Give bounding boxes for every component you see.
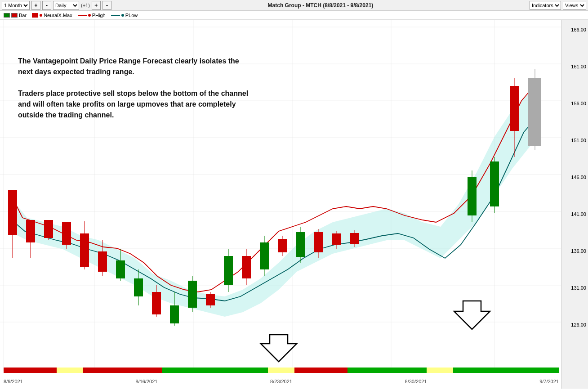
period-plus-button[interactable]: + bbox=[31, 1, 40, 10]
annotation-line6: outside the trading channel. bbox=[18, 111, 114, 119]
legend-bar: Bar NeuralX.Max PHigh PLow bbox=[0, 11, 588, 20]
svg-rect-44 bbox=[242, 256, 251, 278]
date-label-2: 8/16/2021 bbox=[135, 379, 157, 384]
svg-rect-22 bbox=[44, 220, 53, 238]
svg-rect-28 bbox=[98, 251, 107, 272]
price-166: 166.00 bbox=[571, 27, 586, 32]
date-label-4: 8/30/2021 bbox=[405, 379, 427, 384]
annotation-line1: The Vantagepoint Daily Price Range Forec… bbox=[18, 57, 239, 65]
svg-rect-56 bbox=[350, 233, 359, 244]
price-156: 156.00 bbox=[571, 101, 586, 106]
nav-plus-button[interactable]: + bbox=[92, 1, 101, 10]
svg-rect-54 bbox=[332, 233, 341, 245]
plow-dot bbox=[121, 14, 124, 17]
annotation-line4: Traders place protective sell stops belo… bbox=[18, 90, 248, 97]
date-label-3: 8/23/2021 bbox=[270, 379, 292, 384]
price-161: 161.00 bbox=[571, 64, 586, 69]
interval-select[interactable]: Daily Weekly bbox=[53, 1, 79, 10]
toolbar-right: Indicators Views bbox=[530, 1, 586, 10]
bar-label: Bar bbox=[19, 13, 27, 18]
svg-rect-38 bbox=[188, 281, 197, 308]
annotation-text: The Vantagepoint Daily Price Range Forec… bbox=[18, 56, 252, 121]
legend-neuralx: NeuralX.Max bbox=[32, 13, 72, 18]
phigh-dot bbox=[88, 14, 91, 17]
date-label-1: 8/9/2021 bbox=[4, 379, 23, 384]
svg-rect-32 bbox=[134, 278, 143, 296]
svg-rect-26 bbox=[80, 233, 89, 267]
bar-green-swatch bbox=[4, 13, 10, 18]
phigh-line bbox=[78, 15, 87, 16]
svg-rect-34 bbox=[152, 292, 161, 314]
period-minus-button[interactable]: - bbox=[42, 1, 51, 10]
neuralx-dot bbox=[40, 14, 42, 17]
price-131: 131.00 bbox=[571, 285, 586, 291]
price-146: 146.00 bbox=[571, 175, 586, 180]
bar-red-swatch bbox=[11, 13, 18, 18]
svg-rect-36 bbox=[170, 305, 179, 323]
color-bar bbox=[4, 368, 559, 373]
svg-rect-24 bbox=[62, 222, 71, 245]
annotation-line5: and will often take profits on large upm… bbox=[18, 100, 236, 108]
neuralx-swatch bbox=[32, 13, 38, 18]
legend-bar: Bar bbox=[4, 13, 27, 18]
svg-rect-20 bbox=[26, 220, 35, 242]
views-select[interactable]: Views bbox=[563, 1, 586, 10]
toolbar: 1 Month 3 Month 6 Month + - Daily Weekly… bbox=[0, 0, 588, 11]
price-136: 136.00 bbox=[571, 248, 586, 254]
legend-phigh: PHigh bbox=[78, 13, 106, 18]
price-126: 126.00 bbox=[571, 322, 586, 327]
svg-rect-46 bbox=[260, 242, 269, 269]
svg-rect-50 bbox=[296, 232, 305, 257]
chart-container: The Vantagepoint Daily Price Range Forec… bbox=[0, 20, 588, 389]
svg-rect-52 bbox=[314, 232, 323, 252]
period-select[interactable]: 1 Month 3 Month 6 Month bbox=[2, 1, 30, 10]
svg-rect-60 bbox=[490, 161, 499, 206]
svg-rect-18 bbox=[8, 190, 17, 235]
svg-rect-42 bbox=[224, 256, 233, 285]
svg-rect-58 bbox=[468, 177, 477, 215]
svg-rect-62 bbox=[510, 86, 519, 131]
date-labels: 8/9/2021 8/16/2021 8/23/2021 8/30/2021 9… bbox=[4, 379, 559, 384]
increment-label: (+1) bbox=[81, 3, 90, 8]
indicators-select[interactable]: Indicators bbox=[530, 1, 561, 10]
price-141: 141.00 bbox=[571, 211, 586, 217]
price-151: 151.00 bbox=[571, 138, 586, 143]
nav-minus-button[interactable]: - bbox=[102, 1, 111, 10]
phigh-label: PHigh bbox=[92, 13, 106, 18]
svg-rect-64 bbox=[528, 78, 541, 146]
neuralx-label: NeuralX.Max bbox=[44, 13, 72, 18]
plow-label: PLow bbox=[125, 13, 138, 18]
svg-rect-48 bbox=[278, 239, 287, 252]
plow-line bbox=[111, 15, 120, 16]
annotation-line2: next days expected trading range. bbox=[18, 68, 134, 76]
svg-rect-40 bbox=[206, 294, 215, 305]
legend-plow: PLow bbox=[111, 13, 138, 18]
date-label-5: 9/7/2021 bbox=[539, 379, 559, 384]
chart-title: Match Group - MTCH (8/8/2021 - 9/8/2021) bbox=[113, 2, 528, 9]
svg-rect-30 bbox=[116, 260, 125, 278]
price-axis: 166.00 161.00 156.00 151.00 146.00 141.0… bbox=[561, 20, 588, 389]
